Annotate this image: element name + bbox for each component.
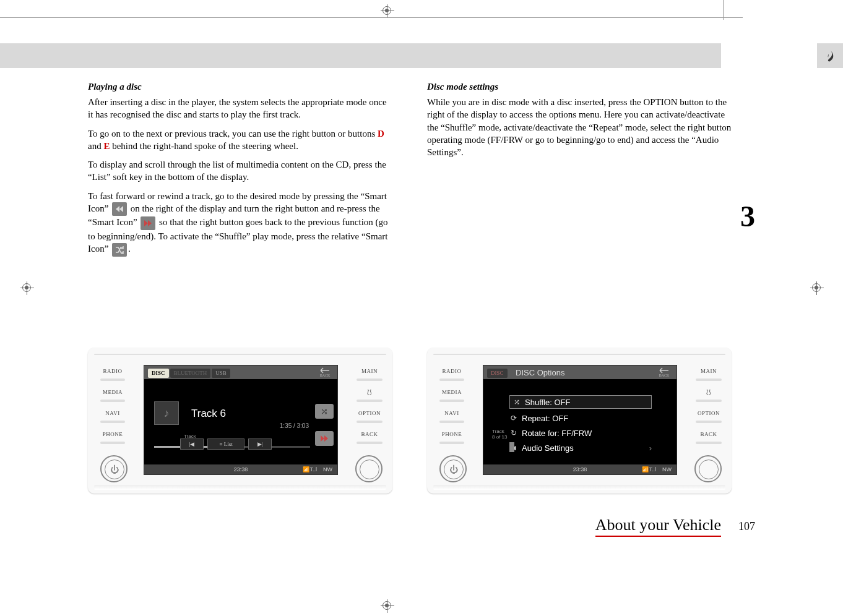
para-list: To display and scroll through the list o… (88, 158, 392, 184)
option-rotate: ↻ Rotate for: FF/FRW (509, 426, 652, 440)
right-knob-2 (694, 455, 722, 482)
list-button: ≡ List (207, 438, 244, 450)
option-shuffle-label: Shuffle: OFF (525, 398, 570, 407)
status-compass-2: NW (662, 466, 672, 473)
status-bar-2: 23:38 📶T..l NW (483, 464, 677, 474)
status-time: 23:38 (234, 466, 248, 473)
time-display: 1:35 / 3:03 (280, 422, 309, 429)
hw-btn-back-2: BACK (690, 429, 728, 447)
option-audio-label: Audio Settings (522, 443, 574, 453)
crop-mark-left (22, 283, 31, 292)
ferrari-horse-icon (824, 49, 836, 62)
hw-btn-main: MAIN (350, 366, 389, 383)
section-title-discmode: Disc mode settings (427, 82, 732, 92)
screen-display-2: DISC DISC Options BACK Track 8 of 13 ⤮ S… (483, 365, 677, 475)
right-column: Disc mode settings While you are in disc… (427, 82, 732, 263)
screenshot-disc-playing: RADIO MEDIA NAVI PHONE MAIN ⟅⟆ OPTION BA… (88, 348, 392, 494)
status-signal: 📶T..l (303, 466, 317, 473)
screenshot-disc-options: RADIO MEDIA NAVI PHONE MAIN ⟅⟆ OPTION BA… (427, 348, 732, 494)
hw-btn-option: OPTION (350, 408, 389, 426)
hw-btn-media: MEDIA (94, 387, 131, 404)
left-knob-2: ⏻ (439, 455, 467, 482)
back-softkey-2: BACK (655, 367, 673, 377)
crop-mark-right (812, 283, 821, 292)
section-title-playing: Playing a disc (88, 82, 392, 92)
power-icon-2: ⏻ (449, 465, 458, 475)
right-knob (355, 455, 383, 482)
tab-disc-2: DISC (487, 369, 508, 378)
hw-btn-radio-2: RADIO (433, 366, 470, 383)
smart-icon-shuffle-icon (112, 243, 127, 257)
button-letter-d: D (378, 129, 384, 139)
back-label: BACK (320, 374, 331, 377)
shuffle-opt-icon: ⤮ (512, 398, 521, 406)
option-repeat: ⟳ Repeat: OFF (509, 411, 652, 425)
antenna-icon: ⟅⟆ (367, 389, 373, 395)
hw-btn-option-2: OPTION (690, 408, 728, 426)
rotate-opt-icon: ↻ (509, 429, 518, 437)
options-header: DISC Options (516, 368, 564, 377)
page-number: 107 (738, 520, 755, 533)
track-counter-2: Track 8 of 13 (492, 429, 507, 440)
hw-btn-back: BACK (350, 429, 389, 447)
prev-track-button: |◀ (180, 438, 204, 450)
status-time-2: 23:38 (573, 466, 587, 473)
para-discmode: While you are in disc mode with a disc i… (427, 96, 732, 158)
left-knob: ⏻ (100, 455, 128, 482)
margin-line (0, 17, 743, 18)
chevron-right-icon: › (649, 443, 652, 453)
option-shuffle: ⤮ Shuffle: OFF (509, 395, 652, 409)
ffrw-smart-icon (315, 431, 334, 446)
shuffle-icon: ⤮ (321, 406, 328, 417)
track-info-label-2: Track (492, 429, 504, 434)
para4-end: . (128, 244, 131, 254)
power-icon: ⏻ (110, 465, 119, 475)
option-audio: ◄ Audio Settings › (509, 441, 652, 455)
album-art-placeholder: ♪ (154, 401, 179, 425)
status-compass: NW (323, 466, 332, 473)
hw-btn-media-2: MEDIA (433, 387, 470, 404)
header-bar (0, 43, 721, 68)
hw-btn-antenna-2: ⟅⟆ (690, 387, 728, 404)
para-ffrw: To fast forward or rewind a track, go to… (88, 190, 392, 257)
repeat-opt-icon: ⟳ (509, 414, 518, 422)
antenna-icon-2: ⟅⟆ (706, 389, 712, 395)
back-label-2: BACK (659, 374, 670, 377)
hw-btn-phone: PHONE (94, 429, 131, 447)
hw-btn-radio: RADIO (94, 366, 131, 383)
status-signal-2: 📶T..l (642, 466, 656, 473)
option-repeat-label: Repeat: OFF (522, 414, 568, 423)
chapter-number: 3 (740, 199, 755, 233)
music-note-icon: ♪ (164, 407, 170, 420)
hw-btn-navi: NAVI (94, 408, 131, 426)
crop-mark-top (383, 6, 391, 15)
tab-disc: DISC (148, 369, 169, 378)
back-softkey: BACK (316, 367, 334, 377)
next-track-button: ▶| (248, 438, 272, 450)
page-footer: About your Vehicle 107 (595, 516, 755, 537)
margin-line-v (723, 0, 724, 20)
scrollbar-thumb (509, 442, 514, 452)
tab-bluetooth: BLUETOOTH (170, 369, 211, 378)
shuffle-smart-icon: ⤮ (315, 404, 334, 419)
para-intro: After inserting a disc in the player, th… (88, 96, 392, 121)
track-title: Track 6 (191, 408, 226, 420)
screen-display: DISC BLUETOOTH USB BACK ♪ Track 6 1:35 /… (144, 365, 338, 475)
hw-btn-phone-2: PHONE (433, 429, 470, 447)
para-nextprev: To go on to the next or previous track, … (88, 127, 392, 153)
para2-post: behind the right-hand spoke of the steer… (110, 141, 298, 151)
para2-mid: and (88, 141, 103, 151)
track-info-count-2: 8 of 13 (492, 434, 507, 440)
tab-usb: USB (212, 369, 230, 378)
hw-btn-navi-2: NAVI (433, 408, 470, 426)
hw-btn-main-2: MAIN (690, 366, 728, 383)
hw-btn-antenna: ⟅⟆ (350, 387, 389, 404)
header-logo-box (817, 43, 843, 68)
button-letter-e: E (103, 141, 110, 151)
footer-section-title: About your Vehicle (595, 516, 721, 537)
left-column: Playing a disc After inserting a disc in… (88, 82, 392, 263)
option-rotate-label: Rotate for: FF/FRW (522, 429, 592, 438)
status-bar: 23:38 📶T..l NW (144, 464, 337, 474)
crop-mark-bottom (383, 601, 391, 610)
smart-icon-ffrw2-icon (140, 216, 155, 230)
